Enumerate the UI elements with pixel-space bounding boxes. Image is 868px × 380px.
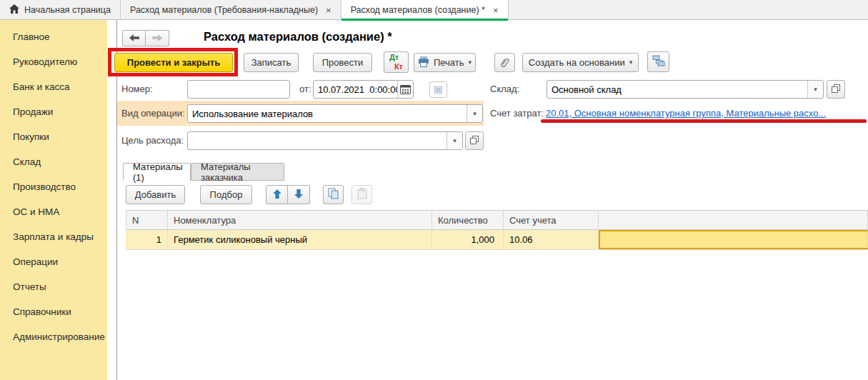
chevron-down-icon: ▾ [629,59,633,66]
window-tabbar: Начальная страница Расход материалов (Тр… [0,0,868,20]
cost-account-link[interactable]: 20.01, Основная номенклатурная группа, М… [546,104,826,123]
post-button[interactable]: Провести [313,53,372,72]
tab-label: Расход материалов (Требования-накладные) [130,5,318,15]
sidebar-item-salary-hr[interactable]: Зарплата и кадры [0,224,107,249]
open-form-icon [832,84,840,95]
paste-button[interactable] [351,185,372,204]
row-item-cell[interactable]: Герметик силиконовый черный [168,230,432,249]
number-input[interactable] [187,80,290,99]
header-item[interactable]: Номенклатура [168,211,432,229]
tab-material-requests[interactable]: Расход материалов (Требования-накладные)… [121,0,341,20]
home-icon [9,4,19,16]
chevron-down-icon[interactable]: ▾ [447,132,462,149]
header-empty [599,211,868,229]
operation-input[interactable]: Использование материалов ▾ [187,104,483,123]
date-value: 10.07.2021 0:00:00 [314,81,397,98]
forward-button[interactable] [146,30,169,46]
forward-arrow-icon [152,33,162,44]
move-row-buttons [266,185,310,204]
print-button[interactable]: Печать ▾ [414,53,476,72]
row-qty-cell[interactable]: 1,000 [432,230,504,249]
arrow-down-icon [294,189,303,201]
back-button[interactable] [122,30,146,46]
credit-label: Кт [394,62,403,71]
back-arrow-icon [129,33,139,44]
chevron-down-icon[interactable]: ▾ [807,81,823,98]
operation-value: Использование материалов [188,105,467,122]
copy-button[interactable] [323,185,344,204]
printer-icon [418,56,429,69]
header-n[interactable]: N [126,211,168,229]
operation-label: Вид операции: [121,104,185,123]
pick-button[interactable]: Подбор [200,185,252,204]
paperclip-icon [498,55,512,69]
purpose-input[interactable]: ▾ [187,131,463,150]
purpose-label: Цель расхода: [121,131,184,150]
move-down-button[interactable] [288,185,310,204]
sidebar-item-operations[interactable]: Операции [0,249,107,274]
sidebar-item-directories[interactable]: Справочники [0,299,107,324]
table-row[interactable]: 1 Герметик силиконовый черный 1,000 10.0… [126,230,868,250]
sidebar-item-warehouse[interactable]: Склад [0,149,107,174]
cost-account-label: Счет затрат: [490,104,544,123]
sidebar-item-bank-cash[interactable]: Банк и касса [0,74,107,99]
header-qty[interactable]: Количество [432,211,504,229]
copy-icon [328,188,339,201]
number-label: Номер: [121,80,153,99]
sidebar-item-sales[interactable]: Продажи [0,99,107,124]
sidebar-item-administration[interactable]: Администрирование [0,324,107,349]
date-input[interactable]: 10.07.2021 0:00:00 [313,80,414,99]
add-row-button[interactable]: Добавить [126,185,185,204]
list-icon[interactable] [429,81,447,98]
purpose-value [188,132,447,149]
sidebar-item-main[interactable]: Главное [0,24,107,49]
history-nav [122,30,169,46]
dt-kt-button[interactable]: Дт Кт [384,51,409,73]
row-account-cell[interactable]: 10.06 [504,230,599,249]
chevron-down-icon[interactable]: ▾ [467,105,482,122]
content-divider [116,20,117,380]
page-title: Расход материалов (создание) * [204,30,392,44]
arrow-up-icon [273,189,281,201]
calendar-icon[interactable] [397,81,413,98]
close-icon[interactable]: × [326,5,331,16]
create-on-basis-label: Создать на основании [529,57,625,68]
row-number-cell[interactable]: 1 [126,230,168,249]
tab-materials[interactable]: Материалы (1) [123,163,191,181]
debit-label: Дт [389,53,399,62]
tab-customer-materials[interactable]: Материалы заказчика [191,163,284,181]
tab-material-expense-create[interactable]: Расход материалов (создание) * × [341,0,509,20]
number-value [188,81,289,98]
warehouse-input[interactable]: Основной склад ▾ [547,80,824,99]
purpose-open-button[interactable] [465,131,484,150]
paste-icon [357,188,367,201]
warehouse-open-button[interactable] [827,80,845,99]
date-label: от: [299,80,311,99]
row-selected-cell[interactable] [599,230,868,249]
structure-icon [652,55,665,69]
materials-table: N Номенклатура Количество Счет учета 1 Г… [126,210,868,250]
sidebar: Главное Руководителю Банк и касса Продаж… [0,20,107,380]
attachments-button[interactable] [494,53,515,72]
post-and-close-button[interactable]: Провести и закрыть [114,53,233,72]
close-icon[interactable]: × [493,5,499,16]
move-up-button[interactable] [266,185,288,204]
warehouse-label: Склад: [490,80,519,99]
print-label: Печать [434,57,464,68]
warehouse-value: Основной склад [547,81,807,98]
create-on-basis-button[interactable]: Создать на основании ▾ [522,53,639,72]
table-header-row: N Номенклатура Количество Счет учета [126,210,868,230]
chevron-down-icon: ▾ [469,59,472,66]
tab-label: Расход материалов (создание) * [351,5,485,15]
sidebar-item-purchases[interactable]: Покупки [0,124,107,149]
sidebar-item-production[interactable]: Производство [0,174,107,199]
header-account[interactable]: Счет учета [504,211,599,229]
tab-home[interactable]: Начальная страница [0,0,121,20]
tab-home-label: Начальная страница [24,5,111,15]
sidebar-item-manager[interactable]: Руководителю [0,49,107,74]
related-documents-button[interactable] [647,51,669,72]
sidebar-item-reports[interactable]: Отчеты [0,274,107,299]
open-form-icon [470,136,479,146]
write-button[interactable]: Записать [244,53,299,72]
sidebar-item-fixed-assets[interactable]: ОС и НМА [0,199,107,224]
